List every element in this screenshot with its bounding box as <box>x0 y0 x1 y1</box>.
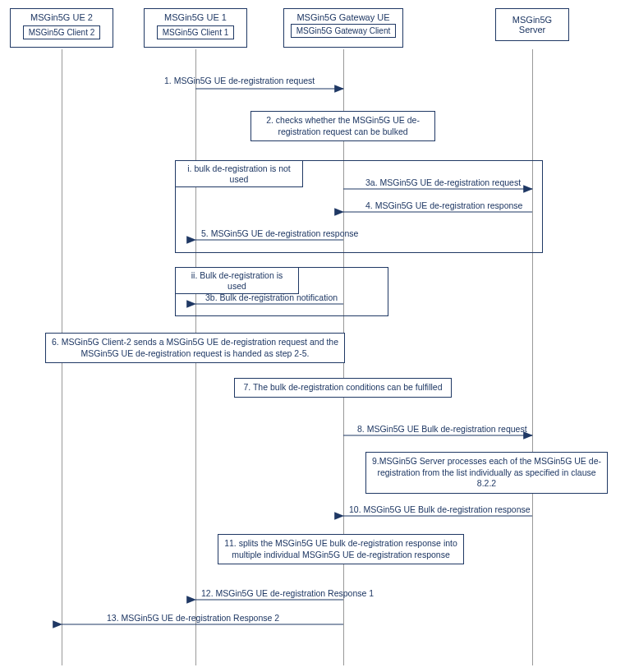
msg-12-label: 12. MSGin5G UE de-registration Response … <box>201 588 374 598</box>
actor-gateway-title: MSGin5G Gateway UE <box>289 12 398 24</box>
actor-ue1-client: MSGin5G Client 1 <box>157 25 235 39</box>
msg-10-label: 10. MSGin5G UE Bulk de-registration resp… <box>349 504 531 514</box>
msg-1-label: 1. MSGin5G UE de-registration request <box>164 76 315 85</box>
actor-ue1-title: MSGin5G UE 1 <box>149 12 241 25</box>
alt-group-bulked-label: ii. Bulk de-registration is used <box>176 268 299 294</box>
note-step6: 6. MSGin5G Client-2 sends a MSGin5G UE d… <box>45 333 345 363</box>
actor-server: MSGin5G Server <box>495 8 569 41</box>
actor-ue2-title: MSGin5G UE 2 <box>16 12 108 25</box>
msg-8-label: 8. MSGin5G UE Bulk de-registration reque… <box>357 424 527 434</box>
msg-5-label: 5. MSGin5G UE de-registration response <box>201 228 358 238</box>
note-step2: 2. checks whether the MSGin5G UE de-regi… <box>250 111 435 141</box>
actor-gateway: MSGin5G Gateway UE MSGin5G Gateway Clien… <box>283 8 403 48</box>
msg-4-label: 4. MSGin5G UE de-registration response <box>365 200 522 210</box>
alt-group-not-bulked-label: i. bulk de-registration is not used <box>176 161 303 187</box>
msg-3a-label: 3a. MSGin5G UE de-registration request <box>365 177 521 187</box>
note-step11: 11. splits the MSGin5G UE bulk de-regist… <box>218 534 464 564</box>
lifeline-server <box>532 49 533 665</box>
msg-3b-label: 3b. Bulk de-registration notification <box>205 292 338 302</box>
actor-gateway-client: MSGin5G Gateway Client <box>291 24 397 38</box>
actor-server-title: MSGin5G Server <box>501 15 563 35</box>
actor-ue2: MSGin5G UE 2 MSGin5G Client 2 <box>10 8 113 48</box>
actor-ue2-client: MSGin5G Client 2 <box>23 25 101 39</box>
actor-ue1: MSGin5G UE 1 MSGin5G Client 1 <box>144 8 247 48</box>
note-step9: 9.MSGin5G Server processes each of the M… <box>365 452 608 494</box>
msg-13-label: 13. MSGin5G UE de-registration Response … <box>107 613 279 623</box>
note-step7: 7. The bulk de-registration conditions c… <box>234 378 452 398</box>
alt-group-bulked: ii. Bulk de-registration is used <box>175 267 388 316</box>
